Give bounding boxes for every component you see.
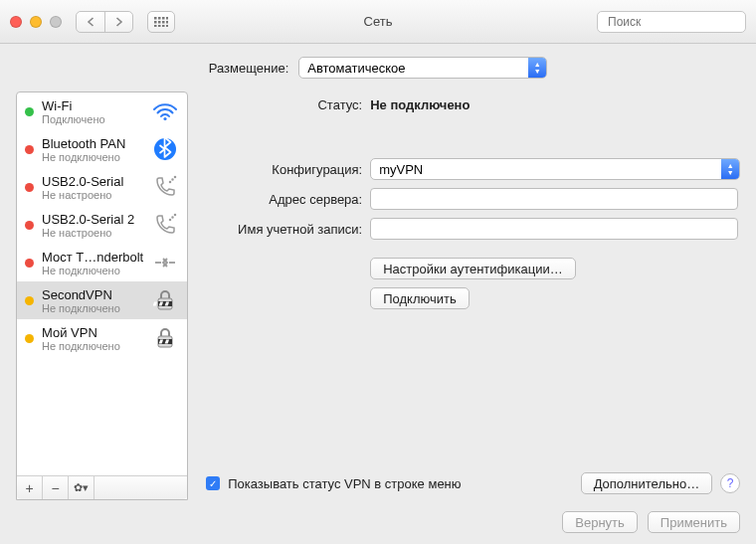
forward-button[interactable]: [104, 12, 132, 32]
svg-rect-11: [166, 25, 168, 27]
apply-button[interactable]: Применить: [648, 511, 740, 533]
service-name: SecondVPN: [42, 287, 143, 302]
service-row[interactable]: Мост T…nderboltНе подключено: [17, 244, 187, 281]
service-row[interactable]: USB2.0-Serial 2Не настроено: [17, 206, 187, 244]
bluetooth-icon: [151, 135, 179, 163]
minimize-window-button[interactable]: [30, 16, 42, 28]
connect-button[interactable]: Подключить: [370, 287, 470, 309]
service-row[interactable]: SecondVPNНе подключено: [17, 281, 187, 319]
search-input[interactable]: [608, 15, 756, 29]
svg-point-18: [175, 176, 176, 177]
close-window-button[interactable]: [10, 16, 22, 28]
service-row[interactable]: USB2.0-SerialНе настроено: [17, 168, 187, 206]
status-dot-icon: [25, 259, 34, 268]
vpn-icon: [151, 324, 179, 352]
service-name: Bluetooth PAN: [42, 136, 143, 151]
status-dot-icon: [25, 221, 34, 230]
window-controls: [10, 16, 62, 28]
service-list[interactable]: Wi-FiПодключеноBluetooth PANНе подключен…: [17, 92, 187, 475]
search-field[interactable]: [597, 11, 746, 33]
service-name: Wi-Fi: [42, 98, 143, 113]
account-name-input[interactable]: [370, 218, 738, 240]
svg-rect-24: [153, 302, 157, 306]
status-dot-icon: [25, 107, 34, 116]
svg-rect-3: [166, 17, 168, 20]
sidebar-toolbar: + − ✿▾: [17, 475, 187, 499]
service-status-text: Подключено: [42, 113, 143, 125]
service-name: USB2.0-Serial 2: [42, 212, 143, 227]
help-button[interactable]: ?: [720, 473, 740, 493]
service-actions-button[interactable]: ✿▾: [69, 476, 94, 499]
advanced-button[interactable]: Дополнительно…: [581, 472, 713, 494]
bottom-options: ✓ Показывать статус VPN в строке меню До…: [206, 466, 740, 500]
bridge-icon: [151, 249, 179, 276]
status-dot-icon: [25, 334, 34, 343]
status-dot-icon: [25, 145, 34, 154]
svg-point-21: [175, 214, 176, 215]
service-status-text: Не подключено: [42, 302, 143, 314]
svg-rect-6: [162, 21, 165, 24]
main-area: Wi-FiПодключеноBluetooth PANНе подключен…: [0, 91, 756, 500]
config-label: Конфигурация:: [206, 162, 370, 177]
service-status-text: Не настроено: [42, 189, 143, 201]
svg-rect-9: [158, 25, 161, 27]
status-label: Статус:: [206, 97, 370, 112]
phone-icon: [151, 211, 179, 239]
zoom-window-button[interactable]: [50, 16, 62, 28]
status-dot-icon: [25, 296, 34, 305]
svg-point-14: [164, 117, 167, 120]
show-vpn-status-label: Показывать статус VPN в строке меню: [228, 476, 461, 491]
chevron-right-icon: [114, 17, 123, 27]
detail-pane: Статус: Не подключено Конфигурация: myVP…: [188, 91, 740, 500]
service-name: Мост T…nderbolt: [42, 250, 143, 265]
svg-point-19: [170, 219, 171, 220]
revert-button[interactable]: Вернуть: [562, 511, 638, 533]
service-row[interactable]: Wi-FiПодключено: [17, 92, 187, 130]
wifi-icon: [151, 97, 179, 125]
svg-rect-10: [162, 25, 165, 27]
svg-point-17: [172, 179, 173, 180]
svg-rect-8: [154, 25, 157, 27]
service-row[interactable]: Мой VPNНе подключено: [17, 319, 187, 357]
back-button[interactable]: [77, 12, 104, 32]
vpn-icon: [151, 286, 179, 314]
svg-rect-7: [166, 21, 168, 24]
add-service-button[interactable]: +: [17, 476, 43, 499]
svg-point-16: [170, 181, 171, 182]
nav-segment: [76, 11, 133, 33]
service-status-text: Не подключено: [42, 340, 143, 352]
server-address-input[interactable]: [370, 188, 738, 210]
status-value: Не подключено: [370, 97, 740, 112]
service-status-text: Не настроено: [42, 227, 143, 239]
svg-rect-0: [154, 17, 157, 20]
svg-point-20: [172, 217, 173, 218]
server-label: Адрес сервера:: [206, 192, 370, 207]
service-status-text: Не подключено: [42, 151, 143, 163]
service-sidebar: Wi-FiПодключеноBluetooth PANНе подключен…: [16, 91, 188, 500]
service-row[interactable]: Bluetooth PANНе подключено: [17, 130, 187, 168]
location-select-input[interactable]: Автоматическое: [298, 57, 547, 79]
phone-icon: [151, 173, 179, 201]
auth-settings-button[interactable]: Настройки аутентификации…: [370, 258, 576, 279]
service-status-text: Не подключено: [42, 265, 143, 276]
svg-rect-2: [162, 17, 165, 20]
svg-rect-29: [153, 340, 157, 344]
grid-icon: [154, 17, 168, 27]
show-vpn-status-checkbox[interactable]: ✓: [206, 476, 220, 490]
location-select[interactable]: Автоматическое ▲▼: [298, 57, 547, 79]
remove-service-button[interactable]: −: [43, 476, 69, 499]
service-name: Мой VPN: [42, 325, 143, 340]
config-select-input[interactable]: myVPN: [370, 158, 740, 180]
show-all-button[interactable]: [147, 11, 175, 33]
service-name: USB2.0-Serial: [42, 174, 143, 189]
config-select[interactable]: myVPN ▲▼: [370, 158, 740, 180]
footer: Вернуть Применить: [0, 500, 756, 544]
svg-rect-5: [158, 21, 161, 24]
location-row: Размещение: Автоматическое ▲▼: [0, 44, 756, 91]
chevron-left-icon: [87, 17, 95, 27]
titlebar: Сеть: [0, 0, 756, 44]
svg-rect-4: [154, 21, 157, 24]
status-dot-icon: [25, 183, 34, 192]
location-label: Размещение:: [209, 61, 289, 76]
svg-rect-1: [158, 17, 161, 20]
